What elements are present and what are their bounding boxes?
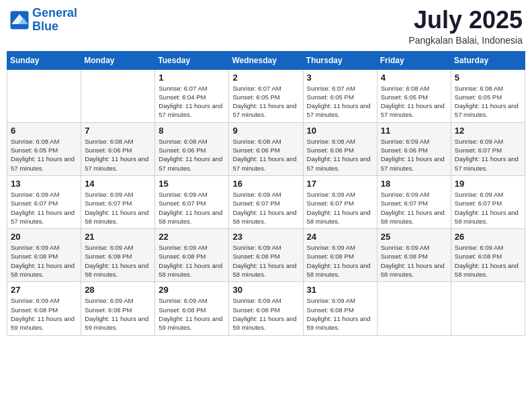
day-info: Sunrise: 6:09 AM Sunset: 6:07 PM Dayligh…: [159, 190, 225, 226]
calendar-day-24: 24Sunrise: 6:09 AM Sunset: 6:08 PM Dayli…: [303, 229, 377, 282]
day-number: 14: [85, 179, 151, 189]
day-info: Sunrise: 6:07 AM Sunset: 6:05 PM Dayligh…: [307, 84, 373, 120]
day-number: 22: [159, 232, 225, 242]
weekday-header-wednesday: Wednesday: [229, 51, 303, 69]
calendar-day-8: 8Sunrise: 6:08 AM Sunset: 6:06 PM Daylig…: [155, 122, 229, 175]
calendar-day-7: 7Sunrise: 6:08 AM Sunset: 6:06 PM Daylig…: [81, 122, 155, 175]
day-info: Sunrise: 6:08 AM Sunset: 6:06 PM Dayligh…: [307, 137, 373, 173]
calendar-day-15: 15Sunrise: 6:09 AM Sunset: 6:07 PM Dayli…: [155, 175, 229, 228]
day-info: Sunrise: 6:09 AM Sunset: 6:07 PM Dayligh…: [11, 190, 77, 226]
day-number: 19: [455, 179, 521, 189]
calendar-day-1: 1Sunrise: 6:07 AM Sunset: 6:04 PM Daylig…: [155, 69, 229, 122]
calendar-day-13: 13Sunrise: 6:09 AM Sunset: 6:07 PM Dayli…: [7, 175, 81, 228]
day-number: 28: [85, 285, 151, 295]
calendar-day-26: 26Sunrise: 6:09 AM Sunset: 6:08 PM Dayli…: [451, 229, 525, 282]
day-info: Sunrise: 6:08 AM Sunset: 6:06 PM Dayligh…: [85, 137, 151, 173]
day-info: Sunrise: 6:09 AM Sunset: 6:07 PM Dayligh…: [85, 190, 151, 226]
calendar-day-4: 4Sunrise: 6:08 AM Sunset: 6:05 PM Daylig…: [377, 69, 451, 122]
calendar: SundayMondayTuesdayWednesdayThursdayFrid…: [7, 51, 525, 336]
day-info: Sunrise: 6:09 AM Sunset: 6:08 PM Dayligh…: [159, 243, 225, 279]
month-year: July 2025: [408, 7, 523, 34]
day-info: Sunrise: 6:09 AM Sunset: 6:08 PM Dayligh…: [232, 243, 299, 279]
calendar-day-25: 25Sunrise: 6:09 AM Sunset: 6:08 PM Dayli…: [377, 229, 451, 282]
day-info: Sunrise: 6:08 AM Sunset: 6:05 PM Dayligh…: [455, 84, 521, 120]
day-number: 17: [307, 179, 373, 189]
calendar-day-22: 22Sunrise: 6:09 AM Sunset: 6:08 PM Dayli…: [155, 229, 229, 282]
day-info: Sunrise: 6:08 AM Sunset: 6:05 PM Dayligh…: [11, 137, 77, 173]
day-info: Sunrise: 6:09 AM Sunset: 6:07 PM Dayligh…: [455, 190, 521, 226]
weekday-header-sunday: Sunday: [7, 51, 81, 69]
day-number: 12: [455, 126, 521, 136]
calendar-empty: [81, 69, 155, 122]
day-info: Sunrise: 6:09 AM Sunset: 6:08 PM Dayligh…: [11, 296, 77, 332]
day-info: Sunrise: 6:09 AM Sunset: 6:06 PM Dayligh…: [381, 137, 447, 173]
day-info: Sunrise: 6:08 AM Sunset: 6:05 PM Dayligh…: [381, 84, 447, 120]
calendar-header-row: SundayMondayTuesdayWednesdayThursdayFrid…: [7, 51, 525, 69]
calendar-day-18: 18Sunrise: 6:09 AM Sunset: 6:07 PM Dayli…: [377, 175, 451, 228]
calendar-empty: [451, 282, 525, 335]
day-info: Sunrise: 6:07 AM Sunset: 6:04 PM Dayligh…: [159, 84, 225, 120]
day-info: Sunrise: 6:09 AM Sunset: 6:08 PM Dayligh…: [85, 243, 151, 279]
weekday-header-saturday: Saturday: [451, 51, 525, 69]
day-number: 6: [11, 126, 77, 136]
calendar-week-row: 27Sunrise: 6:09 AM Sunset: 6:08 PM Dayli…: [7, 282, 525, 335]
logo-line2: Blue: [32, 19, 58, 33]
day-number: 26: [455, 232, 521, 242]
weekday-header-thursday: Thursday: [303, 51, 377, 69]
day-number: 16: [232, 179, 299, 189]
weekday-header-friday: Friday: [377, 51, 451, 69]
logo-icon: [9, 10, 30, 30]
day-info: Sunrise: 6:09 AM Sunset: 6:07 PM Dayligh…: [232, 190, 299, 226]
day-number: 11: [381, 126, 447, 136]
day-info: Sunrise: 6:09 AM Sunset: 6:08 PM Dayligh…: [232, 296, 299, 332]
calendar-day-19: 19Sunrise: 6:09 AM Sunset: 6:07 PM Dayli…: [451, 175, 525, 228]
day-number: 18: [381, 179, 447, 189]
day-info: Sunrise: 6:09 AM Sunset: 6:08 PM Dayligh…: [307, 296, 373, 332]
calendar-day-17: 17Sunrise: 6:09 AM Sunset: 6:07 PM Dayli…: [303, 175, 377, 228]
calendar-day-14: 14Sunrise: 6:09 AM Sunset: 6:07 PM Dayli…: [81, 175, 155, 228]
calendar-day-3: 3Sunrise: 6:07 AM Sunset: 6:05 PM Daylig…: [303, 69, 377, 122]
day-number: 5: [455, 73, 521, 83]
calendar-day-6: 6Sunrise: 6:08 AM Sunset: 6:05 PM Daylig…: [7, 122, 81, 175]
calendar-empty: [377, 282, 451, 335]
day-number: 27: [11, 285, 77, 295]
location: Pangkalan Balai, Indonesia: [408, 35, 523, 46]
calendar-day-20: 20Sunrise: 6:09 AM Sunset: 6:08 PM Dayli…: [7, 229, 81, 282]
calendar-day-9: 9Sunrise: 6:08 AM Sunset: 6:06 PM Daylig…: [229, 122, 303, 175]
day-number: 25: [381, 232, 447, 242]
calendar-week-row: 1Sunrise: 6:07 AM Sunset: 6:04 PM Daylig…: [7, 69, 525, 122]
calendar-day-11: 11Sunrise: 6:09 AM Sunset: 6:06 PM Dayli…: [377, 122, 451, 175]
day-info: Sunrise: 6:09 AM Sunset: 6:08 PM Dayligh…: [85, 296, 151, 332]
day-number: 30: [232, 285, 299, 295]
day-number: 23: [232, 232, 299, 242]
day-info: Sunrise: 6:09 AM Sunset: 6:08 PM Dayligh…: [381, 243, 447, 279]
day-info: Sunrise: 6:08 AM Sunset: 6:06 PM Dayligh…: [159, 137, 225, 173]
calendar-day-21: 21Sunrise: 6:09 AM Sunset: 6:08 PM Dayli…: [81, 229, 155, 282]
day-number: 3: [307, 73, 373, 83]
day-info: Sunrise: 6:09 AM Sunset: 6:07 PM Dayligh…: [381, 190, 447, 226]
day-info: Sunrise: 6:09 AM Sunset: 6:07 PM Dayligh…: [307, 190, 373, 226]
calendar-day-27: 27Sunrise: 6:09 AM Sunset: 6:08 PM Dayli…: [7, 282, 81, 335]
day-number: 4: [381, 73, 447, 83]
day-number: 10: [307, 126, 373, 136]
page-header: General Blue July 2025 Pangkalan Balai, …: [7, 7, 525, 46]
day-number: 29: [159, 285, 225, 295]
logo-text: General Blue: [32, 7, 77, 34]
weekday-header-tuesday: Tuesday: [155, 51, 229, 69]
day-number: 8: [159, 126, 225, 136]
logo-line1: General: [32, 6, 77, 19]
title-block: July 2025 Pangkalan Balai, Indonesia: [408, 7, 523, 46]
day-number: 13: [11, 179, 77, 189]
calendar-week-row: 20Sunrise: 6:09 AM Sunset: 6:08 PM Dayli…: [7, 229, 525, 282]
day-number: 31: [307, 285, 373, 295]
day-info: Sunrise: 6:09 AM Sunset: 6:08 PM Dayligh…: [307, 243, 373, 279]
calendar-day-16: 16Sunrise: 6:09 AM Sunset: 6:07 PM Dayli…: [229, 175, 303, 228]
calendar-day-5: 5Sunrise: 6:08 AM Sunset: 6:05 PM Daylig…: [451, 69, 525, 122]
day-number: 2: [232, 73, 299, 83]
calendar-day-10: 10Sunrise: 6:08 AM Sunset: 6:06 PM Dayli…: [303, 122, 377, 175]
calendar-week-row: 13Sunrise: 6:09 AM Sunset: 6:07 PM Dayli…: [7, 175, 525, 228]
logo: General Blue: [9, 7, 77, 34]
day-number: 9: [232, 126, 299, 136]
calendar-day-2: 2Sunrise: 6:07 AM Sunset: 6:05 PM Daylig…: [229, 69, 303, 122]
calendar-day-23: 23Sunrise: 6:09 AM Sunset: 6:08 PM Dayli…: [229, 229, 303, 282]
